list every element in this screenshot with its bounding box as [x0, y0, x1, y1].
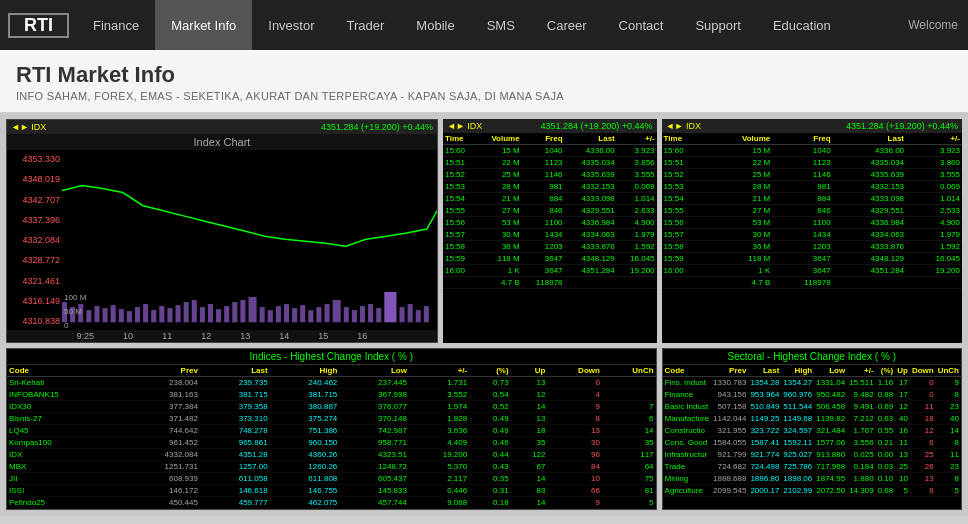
table-cell: 511.544 — [781, 401, 814, 413]
table-cell: 4332.153 — [833, 181, 906, 193]
nav-mobile[interactable]: Mobile — [400, 0, 470, 50]
svg-rect-25 — [268, 310, 273, 322]
table-cell: 15:60 — [662, 145, 709, 157]
table-cell: 913.880 — [814, 449, 847, 461]
table-cell: 25 — [910, 449, 936, 461]
table-cell: 2102.99 — [781, 485, 814, 497]
table-cell: 0.63 — [876, 413, 896, 425]
table-cell — [662, 277, 709, 289]
table-cell: 1354.27 — [781, 377, 814, 389]
svg-rect-8 — [127, 311, 132, 322]
table-cell — [602, 377, 656, 389]
table-cell: 30 M — [477, 229, 522, 241]
nav-market-info[interactable]: Market Info — [155, 0, 252, 50]
nav-education[interactable]: Education — [757, 0, 847, 50]
table-cell: 25 M — [709, 169, 772, 181]
nav-career[interactable]: Career — [531, 0, 603, 50]
table-cell: 8 — [936, 389, 961, 401]
table-cell: 26 — [910, 461, 936, 473]
table-cell: 1.880 — [847, 473, 875, 485]
table-cell: 884 — [522, 193, 565, 205]
svg-rect-6 — [111, 305, 116, 322]
table-cell: 4329.551 — [833, 205, 906, 217]
col-header: Up — [511, 365, 548, 377]
table-cell: 4360.26 — [270, 449, 340, 461]
col-header: Prev — [121, 365, 200, 377]
table-cell: 1.014 — [906, 193, 962, 205]
table-cell: 717.968 — [814, 461, 847, 473]
table-cell: Kompas100 — [7, 437, 121, 449]
table-cell: 4351.284 — [833, 265, 906, 277]
table-row: 15:5421 M8844333.0981.014 — [443, 193, 657, 205]
main-content: ◄► IDX 4351.284 (+19.200) +0.44% Index C… — [0, 113, 968, 516]
table-cell: 0.52 — [469, 401, 510, 413]
col-header: UnCh — [936, 365, 961, 377]
table-cell: 725.786 — [781, 461, 814, 473]
table-cell: 14.309 — [847, 485, 875, 497]
table-cell: 36 M — [709, 241, 772, 253]
table-row: Manufacture1142.0441149.251149.681139.82… — [663, 413, 961, 425]
svg-rect-28 — [292, 308, 297, 322]
welcome-text: Welcome — [908, 18, 968, 32]
table-cell: 2.533 — [906, 205, 962, 217]
yaxis-5: 4328.772 — [9, 255, 60, 265]
svg-rect-38 — [376, 308, 381, 322]
table-cell: 18 — [910, 413, 936, 425]
table-cell: 1592.11 — [781, 437, 814, 449]
table-cell: 958.771 — [339, 437, 409, 449]
table-cell: Infrastructur — [663, 449, 711, 461]
table-cell: 4.900 — [906, 217, 962, 229]
nav-support[interactable]: Support — [679, 0, 757, 50]
yaxis-8: 4310.838 — [9, 316, 60, 326]
table-cell: 21 M — [709, 193, 772, 205]
svg-rect-14 — [176, 305, 181, 322]
nav-trader[interactable]: Trader — [331, 0, 401, 50]
table-cell: 22 M — [709, 157, 772, 169]
table-row: 15:5527 M8464329.5512.633 — [443, 205, 657, 217]
table-cell: 921.799 — [711, 449, 748, 461]
xaxis-5: 14 — [279, 331, 289, 341]
table-cell: 11 — [936, 449, 961, 461]
table-cell: 0.54 — [469, 389, 510, 401]
col-header: Prev — [711, 365, 748, 377]
table-cell: 9 — [547, 497, 602, 509]
table-cell: LQ45 — [7, 425, 121, 437]
table-cell: 3.860 — [906, 157, 962, 169]
table-cell: 84 — [547, 461, 602, 473]
table-cell: 4336.984 — [833, 217, 906, 229]
table-row: 15:5122 M11234335.0343.860 — [662, 157, 962, 169]
table-cell: 14 — [511, 473, 548, 485]
nav-sms[interactable]: SMS — [471, 0, 531, 50]
svg-text:0: 0 — [64, 321, 69, 330]
svg-rect-10 — [143, 304, 148, 322]
table-cell: 0.21 — [876, 437, 896, 449]
table-row: 15:59118 M36474348.12916.045 — [662, 253, 962, 265]
table-cell: 1257.00 — [200, 461, 270, 473]
table-cell: 1260.26 — [270, 461, 340, 473]
table-cell: 4334.063 — [565, 229, 617, 241]
table-cell: 0.49 — [469, 413, 510, 425]
table-cell: 28 M — [709, 181, 772, 193]
table-cell: 3.856 — [617, 157, 657, 169]
nav-investor[interactable]: Investor — [252, 0, 330, 50]
table-cell: 4323.51 — [339, 449, 409, 461]
t1-col-time: Time — [443, 133, 477, 145]
table-cell: 12 — [910, 425, 936, 437]
col-header: Code — [663, 365, 711, 377]
svg-rect-37 — [368, 304, 373, 322]
table-cell: 5 — [936, 485, 961, 497]
table-cell: 35 — [511, 437, 548, 449]
svg-rect-39 — [384, 292, 396, 322]
table-cell: 1.979 — [906, 229, 962, 241]
table-row: 15:6015 M10404336.003.923 — [662, 145, 962, 157]
table-cell: 0.00 — [876, 449, 896, 461]
t1-col-chg: +/- — [617, 133, 657, 145]
table-cell: Agriculture — [663, 485, 711, 497]
table-cell: 376.077 — [339, 401, 409, 413]
table-row: 15:5730 M14344334.0631.979 — [662, 229, 962, 241]
table-cell: 4.7 B — [709, 277, 772, 289]
table-cell: 10 — [547, 473, 602, 485]
nav-contact[interactable]: Contact — [603, 0, 680, 50]
svg-rect-15 — [184, 302, 189, 322]
nav-finance[interactable]: Finance — [77, 0, 155, 50]
